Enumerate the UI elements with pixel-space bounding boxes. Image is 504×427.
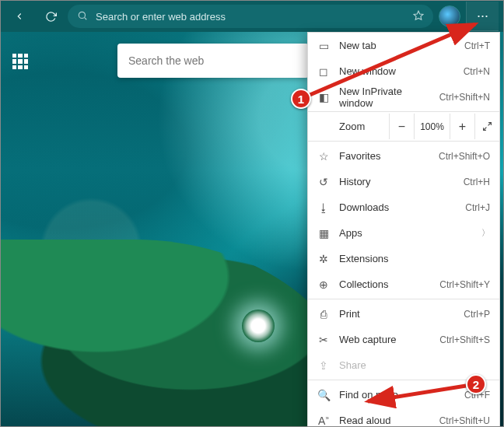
menu-item-new-window[interactable]: ◻ New window Ctrl+N	[308, 58, 499, 84]
menu-item-favorites[interactable]: ☆ Favorites Ctrl+Shift+O	[308, 143, 499, 169]
star-icon: ☆	[317, 150, 330, 163]
address-bar[interactable]: Search or enter web address	[68, 5, 433, 28]
print-icon: ⎙	[317, 308, 330, 320]
svg-line-3	[488, 123, 492, 126]
inprivate-icon: ◧	[317, 91, 330, 103]
menu-item-print[interactable]: ⎙ Print Ctrl+P	[308, 301, 499, 327]
profile-button[interactable]	[436, 4, 463, 29]
favorite-star-icon[interactable]	[413, 10, 424, 23]
back-button[interactable]	[5, 4, 33, 29]
menu-item-extensions[interactable]: ✲ Extensions	[308, 246, 499, 271]
extensions-icon: ✲	[317, 253, 330, 265]
svg-marker-2	[414, 11, 423, 19]
zoom-label: Zoom	[339, 121, 365, 132]
share-icon: ⇪	[317, 359, 330, 372]
capture-icon: ✂	[317, 334, 330, 346]
download-icon: ⭳	[317, 201, 330, 214]
menu-item-read-aloud[interactable]: A» Read aloud Ctrl+Shift+U	[308, 408, 499, 427]
menu-item-web-capture[interactable]: ✂ Web capture Ctrl+Shift+S	[308, 327, 499, 352]
window-icon: ▭	[317, 40, 330, 52]
history-icon: ↺	[317, 176, 330, 188]
fullscreen-button[interactable]	[474, 114, 499, 139]
address-placeholder: Search or enter web address	[96, 11, 226, 23]
callout-badge-2: 2	[466, 374, 486, 394]
zoom-in-button[interactable]: +	[450, 114, 474, 139]
zoom-out-button[interactable]: −	[389, 114, 414, 139]
app-launcher-icon[interactable]	[12, 54, 28, 69]
avatar	[439, 5, 460, 27]
window-icon: ◻	[317, 65, 330, 78]
page-search-placeholder: Search the web	[128, 54, 204, 67]
ellipsis-icon: ···	[477, 8, 488, 24]
search-icon	[77, 10, 88, 23]
zoom-value: 100%	[414, 114, 450, 139]
read-aloud-icon: A»	[317, 415, 330, 427]
menu-item-collections[interactable]: ⊕ Collections Ctrl+Shift+Y	[308, 271, 499, 297]
callout-badge-1: 1	[291, 89, 311, 109]
menu-shortcut: Ctrl+T	[464, 40, 490, 51]
browser-toolbar: Search or enter web address ···	[1, 1, 503, 32]
more-options-button[interactable]: ···	[466, 2, 499, 31]
menu-item-downloads[interactable]: ⭳ Downloads Ctrl+J	[308, 194, 499, 220]
menu-item-apps[interactable]: ▦ Apps 〉	[308, 220, 499, 246]
refresh-button[interactable]	[37, 4, 65, 29]
page-search-input[interactable]: Search the web	[117, 44, 309, 78]
browser-menu: ▭ New tab Ctrl+T ◻ New window Ctrl+N ◧ N…	[307, 32, 500, 427]
apps-icon: ▦	[317, 227, 330, 240]
menu-item-new-tab[interactable]: ▭ New tab Ctrl+T	[308, 33, 499, 58]
menu-label: New tab	[339, 40, 455, 51]
menu-item-zoom: Zoom − 100% +	[308, 114, 499, 139]
menu-item-share: ⇪ Share	[308, 352, 499, 378]
find-icon: 🔍	[317, 389, 330, 401]
svg-point-0	[79, 12, 85, 18]
collections-icon: ⊕	[317, 278, 330, 291]
chevron-right-icon: 〉	[481, 227, 490, 239]
menu-item-history[interactable]: ↺ History Ctrl+H	[308, 169, 499, 194]
menu-item-new-inprivate[interactable]: ◧ New InPrivate window Ctrl+Shift+N	[308, 84, 499, 110]
svg-line-1	[85, 17, 87, 19]
svg-line-4	[484, 128, 487, 131]
